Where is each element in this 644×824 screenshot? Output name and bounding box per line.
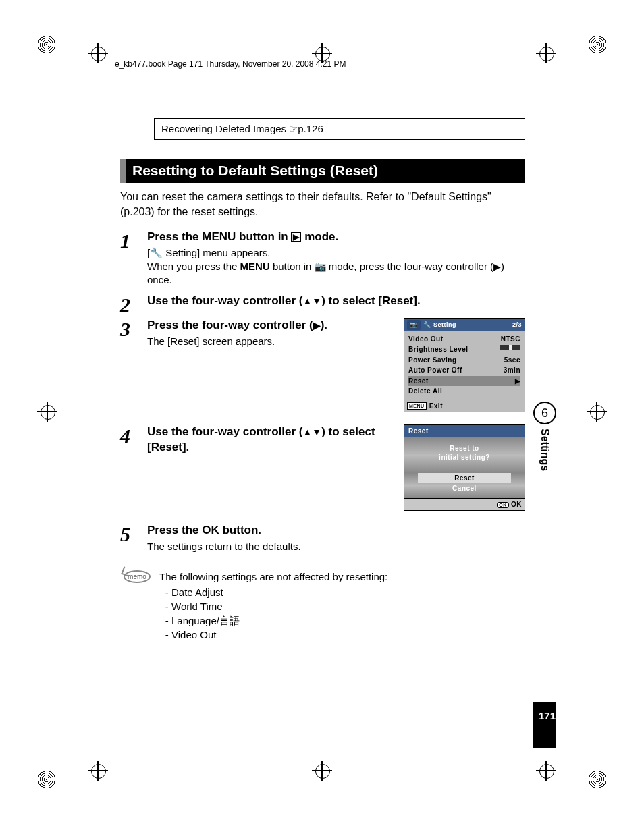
step-number: 4: [120, 424, 147, 446]
lcd-option: Cancel: [404, 483, 525, 494]
registration-mark-icon: [588, 770, 607, 789]
memo-icon: memo: [123, 570, 151, 583]
list-item: World Time: [171, 599, 387, 613]
step-title: Use the four-way controller (▲▼) to sele…: [147, 424, 396, 456]
camera-tab-icon: 📷: [407, 320, 421, 329]
lcd-label: Delete All: [408, 387, 442, 396]
lcd-footer-label: OK: [511, 501, 522, 508]
registration-mark-icon: [37, 770, 56, 789]
lcd-value: 3min: [504, 366, 520, 375]
up-down-arrow-icon: ▲▼: [302, 427, 321, 437]
right-arrow-icon: ▶: [313, 320, 321, 331]
lcd-label: Power Saving: [408, 356, 457, 365]
page-header-meta: e_kb477.book Page 171 Thursday, November…: [115, 59, 346, 69]
step-number: 5: [120, 523, 147, 545]
step-1: 1 Press the MENU button in ▶ mode. [🔧 Se…: [120, 229, 525, 292]
lcd-settings-screen: 📷 🔧 Setting 2/3 Video OutNTSC Brightness…: [404, 318, 525, 412]
lcd-label: Auto Power Off: [408, 366, 462, 375]
lcd-row: Video OutNTSC: [408, 334, 520, 345]
lcd-row: Auto Power Off3min: [408, 365, 520, 376]
step-description: The settings return to the defaults.: [147, 540, 525, 553]
lcd-message: Reset to initial setting?: [404, 437, 525, 473]
crop-mark-icon: [587, 402, 607, 422]
wrench-icon: 🔧: [150, 247, 163, 258]
text: Use the four-way controller (: [147, 294, 302, 307]
text: Use the four-way controller (: [147, 425, 302, 438]
step-description: [🔧 Setting] menu appears. When you press…: [147, 246, 525, 287]
step-number: 3: [120, 318, 147, 339]
step-title: Press the MENU button in ▶ mode.: [147, 229, 525, 245]
step-4: 4 Use the four-way controller (▲▼) to se…: [120, 424, 525, 511]
memo-intro: The following settings are not affected …: [159, 570, 387, 584]
up-down-arrow-icon: ▲▼: [302, 296, 321, 306]
page-number: 171: [533, 702, 556, 748]
chevron-right-icon: ▶: [515, 377, 521, 386]
crop-mark-icon: [37, 402, 57, 422]
text: When you press the: [147, 260, 240, 272]
step-number: 2: [120, 294, 147, 315]
text: Reset to: [407, 444, 522, 454]
text: button in: [236, 230, 291, 243]
chapter-number: 6: [533, 402, 556, 424]
memo-note: memo The following settings are not affe…: [123, 570, 525, 642]
memo-icon-label: memo: [124, 570, 151, 583]
lcd-row: Power Saving5sec: [408, 355, 520, 366]
lcd-option-selected: Reset: [418, 473, 511, 484]
step-title: Press the four-way controller (▶).: [147, 318, 396, 333]
crop-line: [105, 771, 539, 771]
text: ).: [321, 319, 327, 331]
camera-mode-icon: 📷: [315, 261, 326, 272]
step-2: 2 Use the four-way controller (▲▼) to se…: [120, 294, 525, 315]
ok-badge-icon: OK: [497, 502, 509, 508]
menu-badge-icon: MENU: [407, 402, 427, 410]
right-arrow-icon: ▶: [493, 261, 501, 272]
list-item: Video Out: [171, 628, 387, 642]
lcd-label: Reset: [408, 377, 429, 386]
ok-button-label: OK: [202, 524, 219, 537]
wrench-icon: 🔧: [423, 321, 431, 329]
lcd-row: Delete All: [408, 386, 520, 397]
playback-mode-icon: ▶: [291, 232, 301, 242]
list-item: Language/言語: [171, 613, 387, 628]
registration-mark-icon: [588, 35, 607, 54]
lcd-page-indicator: 2/3: [512, 321, 522, 329]
step-description: The [Reset] screen appears.: [147, 335, 396, 348]
list-item: Date Adjust: [171, 585, 387, 599]
lcd-value: NTSC: [501, 335, 520, 344]
lcd-label: Brightness Level: [408, 345, 468, 354]
lcd-tab-label: Setting: [433, 321, 456, 329]
lcd-value: 5sec: [504, 356, 520, 365]
menu-button-label: MENU: [202, 230, 236, 243]
lcd-row: Brightness Level: [408, 344, 520, 355]
section-intro: You can reset the camera settings to the…: [120, 190, 525, 220]
crop-mark-icon: [536, 43, 556, 63]
cross-reference-box: Recovering Deleted Images ☞p.126: [154, 118, 525, 140]
text: button in: [270, 260, 315, 272]
text: mode.: [301, 230, 338, 243]
registration-mark-icon: [37, 35, 56, 54]
text: Press the: [147, 524, 202, 537]
crop-mark-icon: [88, 43, 108, 63]
lcd-footer-label: Exit: [429, 402, 443, 411]
lcd-label: Video Out: [408, 335, 444, 344]
step-5: 5 Press the OK button. The settings retu…: [120, 523, 525, 557]
text: ) to select [Reset].: [321, 294, 420, 307]
chapter-tab: 6 Settings: [533, 402, 556, 471]
text: Press the: [147, 230, 202, 243]
menu-button-label: MENU: [240, 260, 270, 272]
text: button.: [219, 524, 261, 537]
text: Press the four-way controller (: [147, 319, 313, 331]
section-title: Resetting to Default Settings (Reset): [120, 159, 525, 183]
step-title: Use the four-way controller (▲▼) to sele…: [147, 294, 525, 309]
text: initial setting?: [407, 453, 522, 462]
step-number: 1: [120, 229, 147, 251]
text: Setting] menu appears.: [163, 247, 270, 258]
chapter-label: Settings: [539, 429, 551, 471]
lcd-title: Reset: [404, 425, 525, 437]
lcd-row-selected: Reset▶: [408, 376, 520, 387]
crop-line: [105, 53, 539, 53]
brightness-slider-icon: [500, 345, 520, 350]
step-title: Press the OK button.: [147, 523, 525, 539]
lcd-reset-screen: Reset Reset to initial setting? Reset Ca…: [404, 424, 525, 511]
text: mode, press the four-way controller (: [326, 260, 493, 272]
